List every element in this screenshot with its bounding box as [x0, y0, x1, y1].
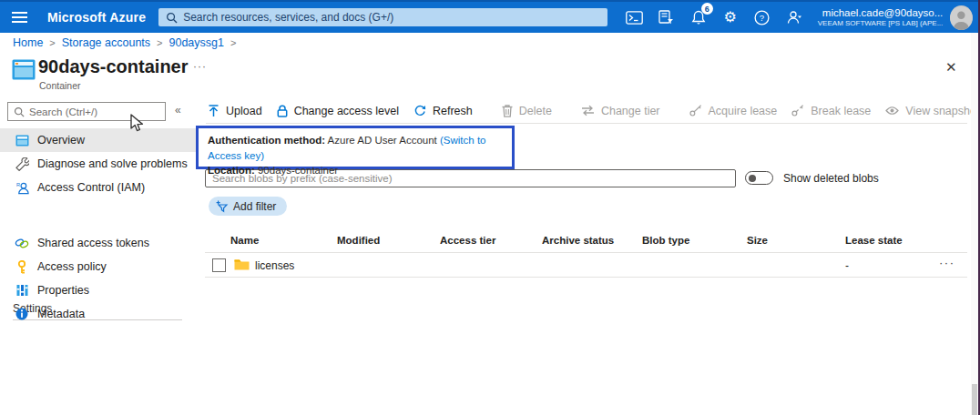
container-info-highlight-box: Authentication method: Azure AD User Acc…: [196, 126, 515, 169]
settings-button[interactable]: ⚙: [720, 6, 741, 28]
auth-method-value: Azure AD User Account: [328, 135, 437, 146]
search-icon: [166, 12, 178, 24]
upload-button[interactable]: Upload: [208, 105, 262, 117]
cloud-shell-icon: [626, 11, 643, 25]
overview-icon: [15, 133, 29, 147]
vertical-scrollbar[interactable]: [971, 33, 978, 415]
global-search-input[interactable]: [183, 11, 600, 24]
sidebar-item-label: Overview: [37, 134, 85, 147]
sidebar-item-label: Shared access tokens: [37, 237, 149, 249]
column-header-lease-state[interactable]: Lease state: [845, 235, 903, 246]
column-header-archive-status[interactable]: Archive status: [542, 235, 614, 246]
directory-filter-icon: [658, 10, 674, 25]
breadcrumb-storage-account[interactable]: 90dayssg1: [169, 36, 224, 49]
sidebar-search-box[interactable]: [7, 102, 166, 121]
acquire-lease-button[interactable]: Acquire lease: [689, 105, 778, 117]
sidebar-item-label: Access Control (IAM): [37, 181, 145, 194]
toolbar-button-label: Change tier: [601, 105, 660, 117]
help-icon: ?: [754, 10, 770, 25]
toolbar-button-label: Acquire lease: [709, 105, 778, 117]
hamburger-icon: [12, 9, 27, 25]
sidebar-item-shared-access-tokens[interactable]: Shared access tokens: [0, 231, 196, 255]
show-deleted-blobs-toggle[interactable]: [745, 171, 773, 185]
table-header-row: Name Modified Access tier Archive status…: [205, 232, 967, 253]
eye-icon: [885, 106, 899, 116]
sidebar-item-metadata[interactable]: Metadata: [0, 302, 196, 326]
top-bar: Microsoft Azure: [0, 0, 980, 33]
iam-person-icon: R: [15, 180, 29, 195]
cloud-shell-button[interactable]: [624, 6, 646, 28]
brand-title[interactable]: Microsoft Azure: [47, 10, 146, 25]
add-filter-icon: [216, 200, 229, 213]
toolbar-button-label: Change access level: [294, 105, 399, 117]
svg-text:R: R: [15, 182, 19, 187]
key-icon: [15, 259, 29, 274]
sidebar-item-label: Metadata: [37, 308, 85, 320]
view-snapshots-button[interactable]: View snapshots: [885, 105, 980, 117]
add-filter-button[interactable]: Add filter: [209, 197, 287, 216]
change-tier-button[interactable]: Change tier: [581, 105, 660, 117]
user-tenant: VEEAM SOFTWARE [PS LAB] (APE...: [818, 19, 944, 28]
sidebar-item-diagnose[interactable]: Diagnose and solve problems: [0, 152, 196, 176]
column-header-name[interactable]: Name: [230, 235, 259, 246]
feedback-button[interactable]: [783, 6, 805, 28]
upload-icon: [208, 105, 219, 117]
breadcrumb-separator: >: [230, 37, 236, 48]
notification-count-badge: 6: [701, 3, 713, 15]
refresh-button[interactable]: Refresh: [413, 105, 473, 117]
show-deleted-blobs-label: Show deleted blobs: [783, 172, 879, 185]
folder-icon: [234, 258, 250, 275]
title-more-button[interactable]: ···: [193, 60, 207, 73]
blob-list-table: Name Modified Access tier Archive status…: [205, 232, 967, 278]
wrench-icon: [15, 157, 29, 171]
breadcrumb-storage-accounts[interactable]: Storage accounts: [62, 36, 150, 49]
auth-method-label: Authentication method:: [208, 135, 325, 146]
location-line: Location: 90days-container: [208, 163, 512, 178]
scrollbar-thumb[interactable]: [972, 384, 977, 415]
sidebar: « Overview Diagnose and solve problems: [0, 96, 196, 415]
info-icon: [15, 307, 29, 321]
sidebar-item-properties[interactable]: Properties: [0, 278, 196, 302]
sidebar-search-input[interactable]: [29, 106, 159, 117]
directory-filter-button[interactable]: [656, 6, 678, 28]
avatar-person-icon: [950, 5, 973, 30]
trash-icon: [502, 105, 513, 117]
divider: [206, 123, 967, 124]
sidebar-collapse-button[interactable]: «: [175, 104, 181, 116]
breadcrumb-home[interactable]: Home: [13, 36, 43, 49]
global-search-box[interactable]: [158, 8, 607, 26]
table-row-licenses[interactable]: licenses - ···: [205, 253, 967, 278]
avatar[interactable]: [950, 5, 973, 30]
close-blade-button[interactable]: ✕: [945, 59, 957, 76]
refresh-icon: [413, 105, 426, 117]
svg-text:?: ?: [760, 13, 764, 23]
delete-button[interactable]: Delete: [502, 105, 552, 117]
row-context-menu-button[interactable]: ···: [939, 256, 955, 269]
toolbar-button-label: Delete: [519, 105, 552, 117]
sidebar-item-access-control[interactable]: R Access Control (IAM): [0, 176, 196, 199]
blob-name[interactable]: licenses: [255, 259, 294, 272]
sidebar-item-access-policy[interactable]: Access policy: [0, 255, 196, 278]
topbar-icons: 6 ⚙ ?: [624, 6, 805, 28]
sidebar-item-overview[interactable]: Overview: [0, 128, 196, 152]
account-menu[interactable]: michael.cade@90dayso... VEEAM SOFTWARE […: [818, 6, 944, 28]
column-header-access-tier[interactable]: Access tier: [440, 235, 495, 246]
sidebar-item-label: Diagnose and solve problems: [37, 157, 188, 170]
notifications-button[interactable]: 6: [688, 6, 709, 28]
column-header-modified[interactable]: Modified: [337, 235, 380, 246]
help-button[interactable]: ?: [751, 6, 773, 28]
breadcrumb-separator: >: [49, 37, 55, 48]
row-checkbox[interactable]: [212, 258, 226, 272]
column-header-size[interactable]: Size: [747, 235, 768, 246]
lease-state-value: -: [845, 259, 849, 272]
toggle-knob: [749, 175, 756, 182]
properties-icon: [15, 283, 29, 298]
change-access-level-button[interactable]: Change access level: [277, 105, 399, 117]
toolbar-button-label: View snapshots: [905, 105, 980, 117]
command-bar: Upload Change access level Refresh: [208, 98, 973, 123]
hamburger-menu-button[interactable]: [0, 1, 40, 34]
break-lease-button[interactable]: Break lease: [791, 105, 871, 117]
add-filter-label: Add filter: [233, 200, 276, 213]
column-header-blob-type[interactable]: Blob type: [642, 235, 689, 246]
shared-tokens-icon: [15, 236, 29, 250]
